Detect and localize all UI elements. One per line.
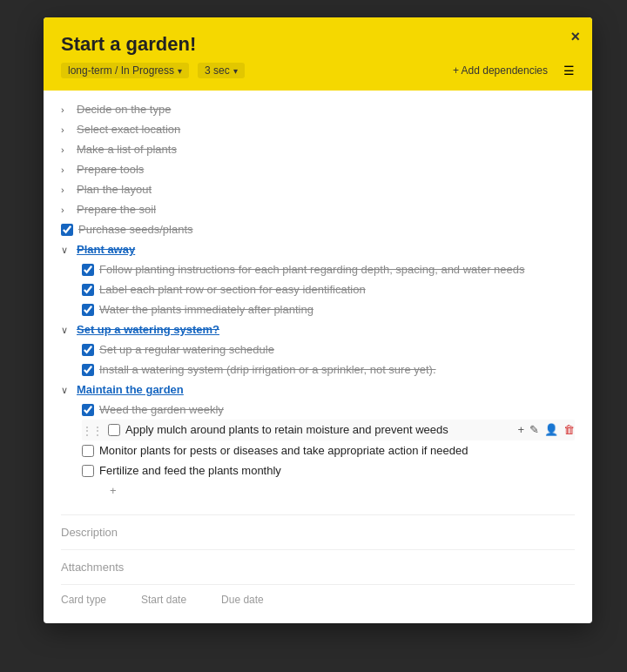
section-label: Maintain the garden [77, 383, 184, 396]
expand-arrow-icon[interactable]: › [61, 165, 71, 175]
section-subtasks: Set up a regular watering schedule Insta… [82, 339, 575, 380]
task-label: Fertilize and feed the plants monthly [99, 464, 281, 477]
modal-container: Start a garden! × long-term / In Progres… [44, 17, 592, 623]
card-info-section: Card type Start date Due date [61, 584, 575, 606]
task-item: Monitor plants for pests or diseases and… [82, 440, 575, 460]
task-item: › Prepare tools [61, 159, 575, 179]
add-subtask-button[interactable]: + [110, 480, 575, 501]
start-date-label: Start date [141, 594, 186, 606]
modal-meta: long-term / In Progress ▾ 3 sec ▾ + Add … [61, 63, 575, 78]
task-label: Install a watering system (drip irrigati… [99, 363, 436, 376]
description-label: Description [61, 526, 575, 539]
card-type-label: Card type [61, 594, 106, 606]
modal-title: Start a garden! [61, 33, 575, 56]
section-header: ∨ Plant away [61, 239, 575, 259]
add-subtask-icon[interactable]: + [517, 423, 524, 436]
task-label: Apply mulch around plants to retain mois… [125, 423, 448, 436]
task-checkbox[interactable] [82, 465, 94, 477]
section-subtasks: Weed the garden weekly ⋮⋮ Apply mulch ar… [82, 400, 575, 501]
expand-arrow-icon[interactable]: › [61, 185, 71, 195]
task-label: Set up a regular watering schedule [99, 343, 274, 356]
delete-icon[interactable]: 🗑 [563, 423, 575, 436]
task-checkbox[interactable] [82, 445, 94, 457]
task-checkbox[interactable] [82, 364, 94, 376]
description-section: Description [61, 514, 575, 539]
task-label: Make a list of plants [77, 143, 177, 156]
task-checkbox[interactable] [82, 304, 94, 316]
task-item: Set up a regular watering schedule [82, 339, 575, 360]
task-checkbox[interactable] [82, 344, 94, 356]
chevron-down-icon: ▾ [233, 66, 238, 76]
task-item: › Plan the layout [61, 179, 575, 199]
task-checkbox[interactable] [108, 424, 120, 436]
task-label: Plan the layout [77, 183, 152, 196]
task-item-active: ⋮⋮ Apply mulch around plants to retain m… [82, 420, 575, 440]
task-item: Weed the garden weekly [82, 400, 575, 420]
add-dependencies-button[interactable]: + Add dependencies [453, 64, 548, 77]
task-label: Decide on the type [77, 103, 171, 116]
attachments-label: Attachments [61, 561, 575, 574]
task-item: › Prepare the soil [61, 199, 575, 219]
modal-body: › Decide on the type › Select exact loca… [44, 91, 592, 623]
task-item: Water the plants immediately after plant… [82, 299, 575, 319]
modal-header: Start a garden! × long-term / In Progres… [44, 17, 592, 91]
section-subtasks: Follow planting instructions for each pl… [82, 259, 575, 319]
task-item: Purchase seeds/plants [61, 219, 575, 239]
task-checkbox[interactable] [61, 224, 73, 236]
section-header: ∨ Set up a watering system? [61, 319, 575, 339]
task-label: Purchase seeds/plants [78, 223, 193, 236]
chevron-down-icon: ▾ [178, 66, 182, 76]
status-badge[interactable]: long-term / In Progress ▾ [61, 63, 189, 78]
task-item: Follow planting instructions for each pl… [82, 259, 575, 279]
collapse-arrow-icon[interactable]: ∨ [61, 385, 71, 396]
task-label: Label each plant row or section for easy… [99, 283, 366, 296]
section-label: Set up a watering system? [77, 323, 219, 336]
task-label: Select exact location [77, 123, 180, 136]
task-label: Prepare tools [77, 163, 144, 176]
section-label: Plant away [77, 243, 135, 256]
task-item: › Make a list of plants [61, 139, 575, 159]
task-item: Label each plant row or section for easy… [82, 279, 575, 299]
task-item: › Decide on the type [61, 99, 575, 119]
task-checkbox[interactable] [82, 264, 94, 276]
edit-icon[interactable]: ✎ [529, 423, 539, 436]
time-badge[interactable]: 3 sec ▾ [198, 63, 245, 78]
task-checkbox[interactable] [82, 404, 94, 416]
task-item: Install a watering system (drip irrigati… [82, 360, 575, 380]
section-header: ∨ Maintain the garden [61, 380, 575, 400]
task-item: Fertilize and feed the plants monthly [82, 460, 575, 480]
collapse-arrow-icon[interactable]: ∨ [61, 325, 71, 336]
expand-arrow-icon[interactable]: › [61, 205, 71, 215]
attachments-section: Attachments [61, 549, 575, 574]
task-label: Weed the garden weekly [99, 403, 224, 416]
task-label: Monitor plants for pests or diseases and… [99, 444, 468, 457]
task-label: Follow planting instructions for each pl… [99, 263, 525, 276]
task-label: Prepare the soil [77, 203, 156, 216]
drag-handle-icon[interactable]: ⋮⋮ [82, 425, 103, 437]
close-button[interactable]: × [570, 28, 580, 46]
due-date-label: Due date [221, 594, 264, 606]
task-checkbox[interactable] [82, 284, 94, 296]
task-label: Water the plants immediately after plant… [99, 303, 314, 316]
assign-user-icon[interactable]: 👤 [544, 423, 558, 436]
task-item: › Select exact location [61, 119, 575, 139]
task-actions: + ✎ 👤 🗑 [517, 423, 575, 436]
expand-arrow-icon[interactable]: › [61, 104, 71, 115]
expand-arrow-icon[interactable]: › [61, 124, 71, 135]
expand-arrow-icon[interactable]: › [61, 144, 71, 155]
collapse-arrow-icon[interactable]: ∨ [61, 245, 71, 256]
hamburger-icon[interactable]: ☰ [563, 64, 575, 77]
